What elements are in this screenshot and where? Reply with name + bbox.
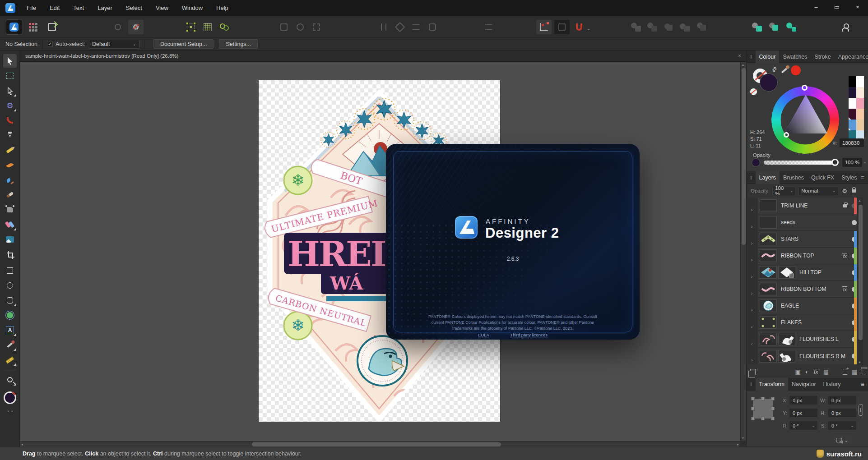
layer-row-ribbon-bottom[interactable]: › RIBBON BOTTOM fx <box>747 281 857 298</box>
pattern-layer-icon[interactable]: ▦ <box>823 368 829 375</box>
layer-name[interactable]: EAGLE <box>781 303 799 309</box>
swatch[interactable] <box>856 109 864 120</box>
opacity-slider[interactable] <box>764 161 835 165</box>
panel-grip-icon[interactable]: ‖ <box>747 175 756 180</box>
layer-name[interactable]: seeds <box>781 219 795 225</box>
tab-brushes[interactable]: Brushes <box>780 171 808 184</box>
vector-brush-tool[interactable] <box>3 158 17 172</box>
layer-thumbnail[interactable] <box>760 216 777 229</box>
arrange-mid-icon[interactable] <box>766 20 782 34</box>
tab-history[interactable]: History <box>820 378 845 391</box>
expand-chevron[interactable]: › <box>747 231 757 248</box>
shape-builder-tool[interactable] <box>3 308 17 322</box>
menu-layer[interactable]: Layer <box>91 0 119 16</box>
layer-row-flakes[interactable]: › FLAKES <box>747 314 857 331</box>
tab-quick-fx[interactable]: Quick FX <box>808 171 838 184</box>
swatch[interactable] <box>849 76 856 87</box>
layer-thumbnail[interactable] <box>760 266 777 279</box>
layer-thumbnail[interactable] <box>760 316 777 329</box>
layer-thumbnail[interactable] <box>760 299 777 312</box>
layer-thumbnail[interactable] <box>760 333 777 345</box>
arrange-back-icon[interactable] <box>749 20 765 34</box>
expand-chevron[interactable]: › <box>747 198 757 214</box>
fx-icon[interactable]: fx <box>842 253 847 259</box>
expand-chevron[interactable]: › <box>747 314 757 331</box>
swatch[interactable] <box>849 120 856 130</box>
menu-window[interactable]: Window <box>175 0 209 16</box>
opacity-slider-knob[interactable] <box>831 159 839 166</box>
picked-colour-swatch[interactable] <box>791 65 801 75</box>
clip-mask-thumbnail[interactable] <box>778 266 795 279</box>
magnet-snap-icon[interactable] <box>571 20 587 34</box>
blend-options-gear-icon[interactable]: ⚙ <box>842 188 847 194</box>
node-tool[interactable] <box>3 84 17 97</box>
h-input[interactable]: 0 px <box>828 409 856 417</box>
layer-effects-icon[interactable]: fx <box>813 369 819 375</box>
shade-selector[interactable] <box>784 132 789 138</box>
layers-scroll-thumb[interactable] <box>859 205 863 340</box>
layer-name[interactable]: RIBBON TOP <box>781 253 814 259</box>
move-tool[interactable] <box>3 54 17 68</box>
export-persona-icon[interactable] <box>44 20 60 34</box>
minimize-button[interactable]: – <box>806 0 826 14</box>
horizontal-scrollbar[interactable]: ◂ ▸ <box>20 441 740 447</box>
tab-transform[interactable]: Transform <box>756 378 789 391</box>
layer-thumbnail[interactable] <box>760 350 777 363</box>
y-input[interactable]: 0 px <box>789 409 817 417</box>
auto-select-checkbox[interactable]: ✓ <box>47 41 53 47</box>
artboard-tool[interactable] <box>3 69 17 83</box>
layer-thumbnail[interactable] <box>760 249 777 262</box>
panel-menu-icon[interactable]: ≡ <box>861 381 868 388</box>
expand-chevron[interactable]: › <box>747 248 757 264</box>
expand-chevron[interactable]: › <box>747 298 757 314</box>
lock-icon[interactable] <box>852 189 856 193</box>
layer-name[interactable]: TRIM LINE <box>781 202 808 209</box>
layer-row-hilltop[interactable]: › HILLTOP <box>747 264 857 281</box>
layer-thumbnail[interactable] <box>760 283 777 295</box>
menu-view[interactable]: View <box>149 0 175 16</box>
close-button[interactable]: × <box>847 0 868 14</box>
colour-picker-tool[interactable] <box>3 338 17 352</box>
snap-bounds-icon[interactable] <box>183 20 199 34</box>
layers-opacity-dropdown[interactable]: 100 %⌄ <box>772 187 796 195</box>
chevron-down-icon[interactable]: ⌄ <box>863 160 867 164</box>
tab-swatches[interactable]: Swatches <box>779 51 811 63</box>
vector-mask-thumbnail[interactable] <box>778 350 795 363</box>
menu-edit[interactable]: Edit <box>43 0 66 16</box>
tab-styles[interactable]: Styles <box>838 171 860 184</box>
vertical-scrollbar[interactable]: ▴ ▾ <box>740 62 746 441</box>
fill-colour-circle[interactable] <box>760 74 777 91</box>
layer-name[interactable]: HILLTOP <box>799 269 822 276</box>
tab-layers[interactable]: Layers <box>756 171 780 184</box>
panel-menu-icon[interactable]: ≡ <box>861 174 868 181</box>
opacity-value[interactable]: 100 % <box>842 158 862 167</box>
layer-row-flourishes-l[interactable]: › FLOURISHES L <box>747 331 857 348</box>
scroll-up-icon[interactable]: ▴ <box>742 63 744 67</box>
account-person-icon[interactable] <box>838 20 853 34</box>
swatch[interactable] <box>856 120 864 130</box>
menu-help[interactable]: Help <box>209 0 235 16</box>
preferences-gear-icon[interactable]: ⚙ <box>128 20 144 34</box>
horizontal-scroll-thumb[interactable] <box>252 442 501 446</box>
layer-name[interactable]: FLAKES <box>781 319 802 326</box>
tab-appearance[interactable]: Appearance <box>835 51 868 63</box>
layer-row-eagle[interactable]: › EAGLE <box>747 298 857 314</box>
point-transform-tool[interactable]: ⚙ <box>3 99 17 112</box>
shear-input[interactable]: 0 °⌄ <box>828 421 856 430</box>
layer-row-trim-line[interactable]: › TRIM LINE <box>747 198 857 214</box>
menu-file[interactable]: File <box>20 0 43 16</box>
panel-grip-icon[interactable]: ‖ <box>747 382 756 387</box>
swatch[interactable] <box>856 76 864 87</box>
text-tool[interactable]: A <box>3 323 17 337</box>
scroll-down-icon[interactable]: ▾ <box>742 436 744 440</box>
settings-button[interactable]: Settings... <box>219 39 258 49</box>
swatch[interactable] <box>849 98 856 109</box>
expand-chevron[interactable]: › <box>747 281 757 298</box>
layer-name[interactable]: RIBBON BOTTOM <box>781 286 826 292</box>
rotation-input[interactable]: 0 °⌄ <box>789 421 817 430</box>
canvas-viewport[interactable]: ❄ ❄ BOT ULTIMATE PREMIUM <box>20 62 740 441</box>
link-dimensions-icon[interactable] <box>859 404 863 416</box>
ellipse-tool[interactable] <box>3 279 17 292</box>
expand-chevron[interactable]: › <box>747 348 757 364</box>
tab-navigator[interactable]: Navigator <box>788 378 820 391</box>
